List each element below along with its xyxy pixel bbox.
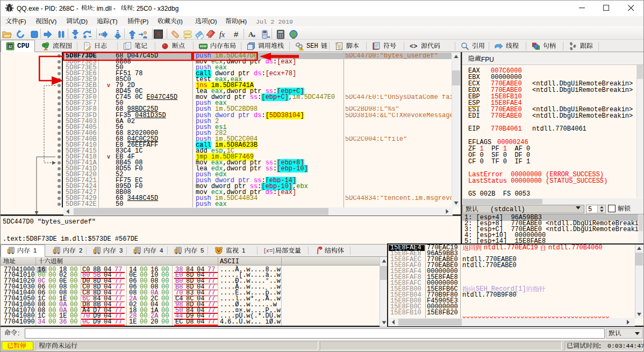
svg-text:32: 32 <box>8 45 12 48</box>
svg-text:<>: <> <box>410 43 417 51</box>
svg-text:z: z <box>253 33 255 38</box>
svg-text:#: # <box>234 30 239 39</box>
svg-text:fx: fx <box>219 31 225 39</box>
svg-text:<>: <> <box>338 47 342 51</box>
svg-text:S: S <box>156 30 160 38</box>
